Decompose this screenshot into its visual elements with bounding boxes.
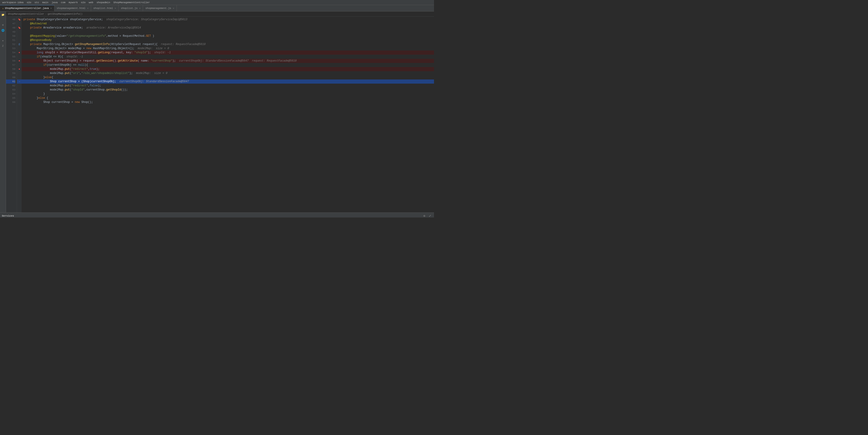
code-line-49 (22, 30, 434, 34)
tab-shopmanagement-js[interactable]: shopmanagement.js ✕ (143, 5, 177, 11)
breadcrumb: ShopManagementController › getShopManage… (6, 11, 434, 16)
code-line-47: @Autowired (22, 22, 434, 26)
tab-close-5[interactable]: ✕ (173, 7, 174, 10)
top-bar-controller[interactable]: ShopManagementController (112, 1, 151, 4)
top-bar: workspace-idea o2o stc main java com myw… (0, 0, 434, 5)
settings-btn[interactable]: ⚙ (422, 213, 427, 218)
side-icons: 📁 ⚙ 🌐 ★ Z (0, 11, 6, 212)
tab-bar: ☕ ShopManagementController.java ✕ shopma… (0, 5, 434, 11)
bottom-panel: Services ⚙ ⤢ ↻ ↑ ↓ ⊟ ⊤ 📌 + ▼ (0, 212, 434, 218)
top-bar-stc[interactable]: stc (33, 1, 40, 4)
top-bar-web[interactable]: web (87, 1, 95, 4)
code-line-48: private AreaService areaService; areaSer… (22, 26, 434, 30)
tab-close-4[interactable]: ✕ (139, 7, 141, 10)
top-bar-o2o[interactable]: o2o (25, 1, 33, 4)
top-bar-java[interactable]: java (50, 1, 59, 4)
line-numbers: 46 47 48 49 50 51 52 53 54 55 56 57 58 5… (6, 16, 17, 212)
code-line-58: modelMap.put("redirect",true); (22, 67, 434, 71)
top-bar-com[interactable]: com (60, 1, 67, 4)
tab-close-1[interactable]: ✕ (50, 7, 52, 10)
code-line-61: Shop currentShop = (Shop)currentShopObj;… (22, 79, 434, 83)
web-icon[interactable]: 🌐 (1, 28, 5, 33)
code-line-66: Shop currentShop = new Shop(); (22, 100, 434, 104)
code-line-64: } (22, 92, 434, 96)
line-gutter: 🔖 🔖 @ ● ● ● → (17, 16, 22, 212)
structure-icon[interactable]: ⚙ (1, 23, 5, 27)
tab-shoplist-js[interactable]: shoplist.js ✕ (119, 5, 143, 11)
tab-shopmanagement-html[interactable]: shopmanagement.html ✕ (55, 5, 91, 11)
code-line-53: Map<String,Object> modelMap = new HashMa… (22, 46, 434, 51)
main-layout: 📁 ⚙ 🌐 ★ Z ShopManagementController › get… (0, 11, 434, 212)
code-line-51: @ResponseBody (22, 38, 434, 42)
tab-shopmanagement-controller[interactable]: ☕ ShopManagementController.java ✕ (0, 5, 55, 11)
breadcrumb-class[interactable]: ShopManagementController (8, 13, 44, 15)
expand-btn[interactable]: ⤢ (428, 213, 432, 218)
code-line-57: if(currentShopObj == null){ (22, 63, 434, 67)
code-line-65: }else { (22, 96, 434, 100)
editor-area: ShopManagementController › getShopManage… (6, 11, 434, 212)
tab-close-3[interactable]: ✕ (115, 7, 116, 10)
tab-icon-java: ☕ (2, 7, 4, 10)
bottom-header: Services ⚙ ⤢ (0, 213, 434, 218)
top-bar-shopadmin[interactable]: shopadmin (95, 1, 112, 4)
code-line-59: modelMap.put("url","/o2o_war/shopadmin/s… (22, 71, 434, 75)
favorites-icon[interactable]: ★ (1, 38, 5, 43)
services-title: Services (2, 214, 14, 217)
code-line-50: @RequestMapping(value="/getshopmanagemen… (22, 34, 434, 38)
code-line-60: }else{ (22, 75, 434, 79)
code-line-46: private ShopCategoryService shopCategory… (22, 18, 434, 22)
code-line-55: if(shopId <= 0){ shopId: -1 (22, 55, 434, 59)
top-bar-main[interactable]: main (41, 1, 50, 4)
tab-close-2[interactable]: ✕ (87, 7, 89, 10)
code-line-54: long shopId = HttpServletRequestUtil.get… (22, 51, 434, 55)
code-line-63: modelMap.put("shopId",currentShop.getSho… (22, 88, 434, 92)
z-structure-icon[interactable]: Z (1, 44, 5, 48)
code-area: 46 47 48 49 50 51 52 53 54 55 56 57 58 5… (6, 16, 434, 212)
code-line-56: Object currentShopObj = request.getSessi… (22, 59, 434, 63)
code-line-52: private Map<String,Object> getShopManage… (22, 42, 434, 46)
code-line-62: modelMap.put("redirect",false); (22, 83, 434, 88)
code-content[interactable]: private ShopCategoryService shopCategory… (22, 16, 434, 212)
app-title[interactable]: workspace-idea (1, 1, 25, 4)
tab-shoplist-html[interactable]: shoplist.html ✕ (91, 5, 119, 11)
breadcrumb-method[interactable]: getShopManagementInfo() (48, 13, 83, 15)
top-bar-o2o2[interactable]: o2o (80, 1, 87, 4)
top-bar-mywork[interactable]: mywork (67, 1, 79, 4)
project-icon[interactable]: 📁 (1, 12, 5, 17)
